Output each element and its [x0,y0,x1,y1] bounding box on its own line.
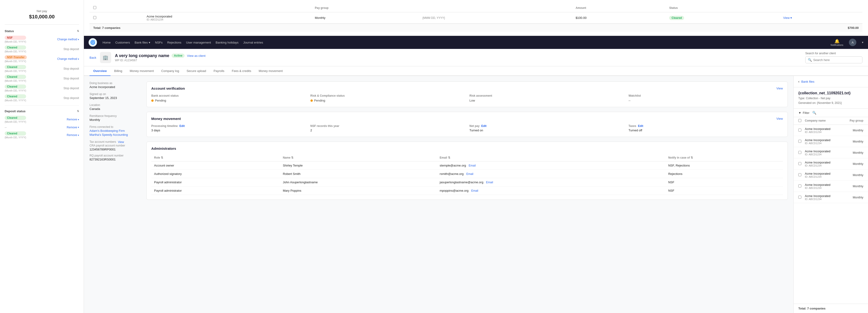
user-avatar[interactable]: A [849,39,856,46]
watchlist-col-label: Watchlist [629,94,783,97]
tab-overview[interactable]: Overview [90,66,111,76]
nav-banking-holidays[interactable]: Banking holidays [216,41,239,44]
deposit-status-section: Deposit status ⇅ Cleared {Month DD, YYYY… [5,109,79,139]
view-as-client-link[interactable]: View as client [187,54,205,58]
pt-label: Processing timeline [151,125,178,128]
bell-icon: 🔔 [834,39,840,44]
col-notify: Notify in case of ⇅ [665,154,783,162]
stop-deposit-link[interactable]: Stop deposit [63,77,79,80]
notifications-label: Notifications [831,44,843,46]
bf-row-checkbox[interactable] [798,140,801,143]
stop-deposit-link[interactable]: Stop deposit [63,86,79,90]
admin-table: Role ⇅ Name ⇅ Email ⇅ Notify in case of … [151,154,783,195]
bf-filename: {collection_net_11092021.txt} [798,91,863,95]
bf-row-checkbox[interactable] [798,129,801,132]
email-link[interactable]: Email [469,164,476,167]
tab-money-movement[interactable]: Money movement [126,66,158,76]
nav-customers[interactable]: Customers [115,41,130,44]
bf-row-checkbox[interactable] [798,184,801,187]
firms-label: Firms connected to [90,125,141,129]
notifications-button[interactable]: 🔔 Notifications [831,39,843,46]
stop-deposit-link[interactable]: Stop deposit [63,96,79,100]
select-all-checkbox[interactable] [93,6,96,9]
bf-row-checkbox[interactable] [798,173,801,176]
nav-bank-files[interactable]: Bank files ▾ [135,41,150,44]
tab-payrolls[interactable]: Payrolls [210,66,228,76]
back-button[interactable]: Back [90,56,96,59]
change-method-link-2[interactable]: Change method ▾ [57,57,79,61]
pt-edit-link[interactable]: Edit [180,125,185,128]
tab-fees-credits[interactable]: Fees & credits [228,66,255,76]
tab-money-movement-2[interactable]: Money movement [255,66,286,76]
nav-home[interactable]: Home [102,41,111,44]
nav-user-management[interactable]: User management [186,41,211,44]
location-value: Canada [90,107,141,111]
cra-value: 123456789RP0001 [90,148,141,151]
col-action [779,4,862,12]
tab-billing[interactable]: Billing [111,66,126,76]
search-icon[interactable]: 🔍 [812,111,816,114]
bf-back-link[interactable]: Bank files [801,80,814,83]
admin-name: Robert Smith [280,170,437,178]
divider [5,105,79,106]
search-client-area: Search for another client 🔍 [805,52,862,63]
np-edit-link[interactable]: Edit [481,125,487,128]
col-status: Status [665,4,779,12]
row-checkbox[interactable] [93,16,96,19]
bf-row-checkbox[interactable] [798,151,801,154]
change-method-link[interactable]: Change method ▾ [57,38,79,41]
bf-select-all[interactable] [798,119,801,122]
email-link[interactable]: Email [486,181,493,184]
nsf-records-label: NSF records this year [310,125,465,128]
search-input[interactable] [813,58,860,62]
filter-button[interactable]: ▼ Filter [798,111,809,114]
admin-notify: NSF, Rejections [665,162,783,170]
tab-secure-upload[interactable]: Secure upload [183,66,210,76]
top-table: Pay group Amount Status Acme Incorporate… [90,4,862,24]
list-item: Acme Incorporated ID: ABCD1234 Monthly [794,125,868,136]
overview-layout: Doing business as Acme Incorporated Sign… [90,81,788,205]
deposit-sort-icon[interactable]: ⇅ [77,110,79,113]
admin-email: stemple@acme.org [440,164,466,167]
nav-nsfs[interactable]: NSFs [155,41,163,44]
content-area: Doing business as Acme Incorporated Sign… [84,76,868,313]
status-date: {Month DD, YYYY} [5,50,26,53]
tab-company-log[interactable]: Company log [158,66,183,76]
remove-link-3[interactable]: Remove ▾ [67,133,79,137]
app-logo: 🌀 [89,38,97,46]
col-email: Email ⇅ [437,154,665,162]
firm-2-link[interactable]: Martha's Speedy Accounting [90,133,141,136]
av-view-link[interactable]: View [776,86,783,90]
status-date: {Month DD, YYYY} [5,60,27,63]
remove-link-2[interactable]: Remove ▾ [67,126,79,129]
email-link[interactable]: Email [466,172,473,176]
stop-deposit-link[interactable]: Stop deposit [63,47,79,51]
remove-link[interactable]: Remove ▾ [67,118,79,121]
admin-email: mpoppins@acme.org [440,189,468,193]
col-paygroup: Pay group [311,4,418,12]
filter-icon: ▼ [798,111,801,114]
total-label: Total: 7 companies [93,26,121,30]
tax-view-link[interactable]: View [118,140,124,144]
col-company [143,4,311,12]
firm-1-link[interactable]: Adam's Bookkeeping Firm [90,129,141,133]
list-item: Acme Incorporated ID: ABCD1234 Monthly [794,147,868,159]
admin-row: Authorized signatory Robert Smith rsmith… [151,170,783,178]
mm-view-link[interactable]: View [776,117,783,120]
bf-paygroup: Monthly [840,140,863,143]
doing-business-as-value: Acme Incorporated [90,85,141,89]
status-sort-icon[interactable]: ⇅ [77,30,79,33]
email-link[interactable]: Email [471,189,478,193]
bf-row-checkbox[interactable] [798,162,801,165]
nav-journal-entries[interactable]: Journal entries [243,41,263,44]
np-label: Net pay [469,125,479,128]
chevron-down-icon: ▾ [78,126,79,129]
bf-row-checkbox[interactable] [798,196,801,199]
view-button[interactable]: View ▾ [783,16,859,20]
bf-generated: Generated on: {November 9, 2021} [798,101,863,105]
nav-rejections[interactable]: Rejections [167,41,181,44]
taxes-edit-link[interactable]: Edit [638,125,643,128]
stop-deposit-link[interactable]: Stop deposit [63,67,79,70]
bank-files-panel: ‹ Bank files {collection_net_11092021.tx… [794,76,868,313]
admin-name: Shirley Temple [280,162,437,170]
